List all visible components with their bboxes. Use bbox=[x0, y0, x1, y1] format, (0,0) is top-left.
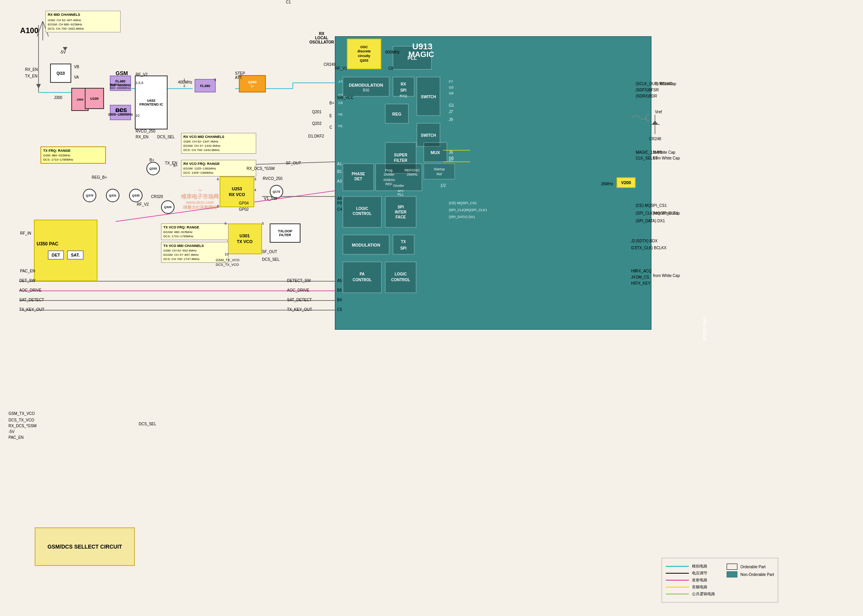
gsm-tx-vco-mid: GSM_TX_VCO bbox=[216, 258, 240, 262]
pin5: 5 bbox=[214, 78, 216, 82]
cr248-label2: CR248 bbox=[649, 137, 661, 141]
rf-v2-top-label: RF_V2 bbox=[136, 72, 148, 77]
u350-pac-block: U350 PAC DET SAT. bbox=[34, 220, 97, 281]
tx-frq-range-annotation: TX FRQ: RANGE GSM: 880~915MHz DCS: 1710~… bbox=[40, 146, 106, 164]
svg-text:RXQ: RXQ bbox=[400, 94, 407, 98]
q202-label: Q202 bbox=[312, 121, 321, 126]
vcef-label: Vref bbox=[655, 110, 662, 114]
rx-mid-channels-annotation: RX MID CHANNELS GSM: CH 62~947.4MHz EGSM… bbox=[45, 11, 121, 32]
reg-b-label: REG_B+ bbox=[92, 175, 107, 180]
svg-text:CONTROL: CONTROL bbox=[353, 278, 371, 282]
svg-rect-41 bbox=[385, 196, 416, 227]
svg-rect-16 bbox=[385, 143, 416, 173]
q320-block: Q320 bbox=[161, 200, 175, 214]
pin1: 1 bbox=[183, 78, 185, 82]
rx-en-label: RX_EN bbox=[25, 67, 38, 72]
txloop-filter-block: TXLOOPFILTER bbox=[270, 223, 301, 243]
qi10-block: QI10 bbox=[50, 64, 71, 83]
svg-rect-53 bbox=[385, 262, 416, 293]
rf-in-label: RF_IN bbox=[20, 231, 31, 235]
diagram-container: PLL DEMODULATION RXI RX SPI RXQ SWITCH R… bbox=[0, 0, 863, 616]
q330-block: Q330 bbox=[129, 189, 143, 202]
b1-node: B1 bbox=[337, 170, 342, 174]
svg-rect-45 bbox=[343, 235, 389, 254]
j300-label: J300 bbox=[54, 96, 62, 100]
svg-rect-38 bbox=[343, 196, 381, 227]
svg-text:DET: DET bbox=[354, 177, 362, 181]
ce-mqspi-label: (CE) MQSPI_CS1 bbox=[636, 203, 667, 208]
aoc-drive-right-label: AOC_DRIVE bbox=[287, 288, 309, 292]
j9-node: J9 bbox=[449, 117, 453, 122]
q370-block: Q370 bbox=[83, 189, 96, 202]
spi-data-label: (SPI_DATA) DX1 bbox=[636, 219, 665, 223]
c1-node: C1 bbox=[286, 0, 291, 4]
minus5v-arrow bbox=[63, 47, 67, 52]
svg-text:C6: C6 bbox=[338, 101, 343, 105]
svg-text:PA: PA bbox=[359, 272, 364, 276]
bdr-label: (SDRX)BDR bbox=[636, 94, 657, 98]
c8-node: C8 bbox=[388, 66, 393, 70]
from-whitecap-4: from White Cap bbox=[653, 274, 680, 278]
u301-pin6: 6 bbox=[225, 222, 227, 225]
j2-node: J2 bbox=[631, 239, 635, 243]
tx-vco-frq-annotation: TX VCO FRQ: RANGE EGSM: 880~915MHz DCS: … bbox=[161, 223, 228, 240]
sdtx-bdx-label: (SDTX) BDX bbox=[636, 239, 658, 243]
svg-text:RXI: RXI bbox=[363, 88, 369, 92]
va-right-label: VA bbox=[74, 75, 79, 79]
gp04-label: GP04 bbox=[239, 201, 249, 205]
q201-label: Q201 bbox=[312, 110, 321, 114]
svg-rect-12 bbox=[385, 104, 408, 123]
u913-sublabel: MAGIC bbox=[408, 50, 434, 59]
svg-line-84 bbox=[37, 21, 43, 37]
svg-text:(SPI_DATA) DX1: (SPI_DATA) DX1 bbox=[449, 215, 475, 219]
svg-text:INTER: INTER bbox=[395, 210, 407, 214]
svg-text:(CE) MQSPI_CS1: (CE) MQSPI_CS1 bbox=[449, 201, 477, 205]
svg-text:G0: G0 bbox=[449, 86, 453, 89]
fl470-label: FL470900~1900MHz bbox=[110, 83, 130, 90]
c-label: C bbox=[329, 125, 332, 129]
rx-acq-label: RX_ACQ bbox=[636, 269, 651, 273]
pac-en-label: PAC_EN bbox=[20, 269, 35, 273]
svg-text:Divider: Divider bbox=[384, 173, 395, 176]
watermark: ™ 维库电子市场网 www.dzsc.com 球最大IC采购网站 bbox=[181, 189, 219, 210]
rx-dcs-gsm-label: RX_DCS_*GSM bbox=[247, 166, 275, 171]
rf-v2-mid-label: RF_V2 bbox=[137, 202, 149, 206]
sf-out-top-label: SF_OUT bbox=[286, 161, 301, 165]
svg-text:SPI: SPI bbox=[400, 88, 406, 92]
j4-node: J4 bbox=[631, 275, 635, 279]
cr320-label: CR320 bbox=[151, 195, 163, 199]
u253-pin6: 6 bbox=[217, 177, 219, 181]
tx-clk-bclkx-label: (TX_CLK) BCLKX bbox=[636, 246, 667, 250]
svg-rect-50 bbox=[343, 262, 381, 293]
cr248-symbol bbox=[647, 115, 663, 135]
j7-node: J7 bbox=[449, 110, 453, 114]
dcs-sel-mid-label: DCS_SEL bbox=[262, 257, 280, 262]
svg-rect-34 bbox=[424, 164, 455, 179]
gsm-tx-vco-label: GSM_TX_VCO bbox=[8, 411, 35, 416]
a1-node: A1 bbox=[337, 162, 342, 166]
p9-node: P9 bbox=[337, 201, 342, 205]
svg-text:H2: H2 bbox=[338, 112, 343, 116]
svg-rect-47 bbox=[393, 235, 414, 254]
svg-text:LOGIC: LOGIC bbox=[356, 206, 368, 211]
to-whitecap-2: to White Cap bbox=[653, 150, 675, 154]
svg-rect-19 bbox=[424, 143, 447, 162]
svg-text:LOGIC: LOGIC bbox=[395, 272, 407, 276]
u432-pins-bottom: 10 bbox=[136, 114, 139, 117]
fl490-block: FL490 bbox=[195, 79, 216, 92]
svg-text:CONTROL: CONTROL bbox=[391, 278, 410, 282]
gp02-label: GP02 bbox=[239, 207, 249, 211]
svg-text:PLL: PLL bbox=[398, 193, 404, 196]
pac-en-bot-label: PAC_EN bbox=[8, 435, 24, 440]
detect-sw-right-label: DETECT_SW bbox=[287, 279, 311, 283]
legend-box: 模拟电路 电压调节 发射电路 音频电路 公共逻辑电路 bbox=[662, 558, 778, 603]
svg-text:FACE: FACE bbox=[396, 215, 406, 219]
from-whitecap-2: from White Cap bbox=[653, 156, 680, 160]
v200-block: V200 bbox=[616, 177, 636, 188]
svg-rect-21 bbox=[343, 164, 374, 191]
gsm-dcs-select-box: GSM/DCS SELLECT CIRCUIT bbox=[35, 527, 135, 566]
h8-node: H8 bbox=[631, 269, 636, 273]
sf-out-bottom-label: SF_OUT bbox=[262, 250, 277, 254]
svg-text:CONTROL: CONTROL bbox=[353, 211, 371, 216]
u301-pin5: 5 bbox=[262, 222, 264, 225]
